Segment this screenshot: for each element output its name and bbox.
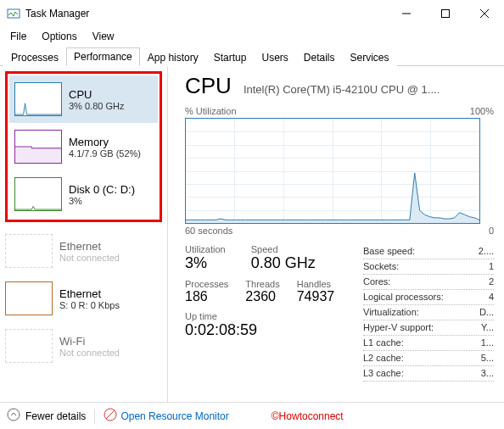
sidebar: CPU 3% 0.80 GHz Memory 4.1/7.9 GB (52%) (0, 66, 168, 402)
eth2-thumb (5, 281, 53, 315)
stat-utilization: Utilization 3% (185, 244, 226, 272)
memory-thumb (14, 130, 62, 164)
info-table: Base speed:2....Sockets:1Cores:2Logical … (363, 244, 494, 382)
close-button[interactable] (465, 0, 504, 27)
maximize-button[interactable] (426, 0, 465, 27)
fewer-details-button[interactable]: Fewer details (7, 408, 86, 424)
stat-threads: Threads 2360 (245, 279, 279, 304)
graph-xleft: 60 seconds (185, 226, 232, 236)
wifi-thumb (5, 329, 53, 363)
info-row: L3 cache:3... (363, 366, 494, 382)
watermark: ©Howtoconnect (272, 410, 344, 422)
tab-users[interactable]: Users (254, 48, 295, 66)
stat-speed: Speed 0.80 GHz (251, 244, 316, 272)
sidebar-item-cpu[interactable]: CPU 3% 0.80 GHz (9, 75, 158, 123)
tab-services[interactable]: Services (343, 48, 397, 66)
cpu-name: Intel(R) Core(TM) i5-4210U CPU @ 1.... (244, 83, 494, 96)
titlebar: Task Manager (0, 0, 504, 27)
info-row: Virtualization:D... (363, 305, 494, 320)
info-row: Sockets:1 (363, 259, 494, 275)
taskmgr-icon (7, 7, 20, 20)
uptime-label: Up time (185, 311, 363, 321)
menu-file[interactable]: File (3, 29, 33, 44)
sidebar-item-ethernet2[interactable]: Ethernet S: 0 R: 0 Kbps (0, 275, 167, 322)
svg-rect-5 (15, 147, 61, 163)
wifi-label: Wi-Fi Not connected (59, 335, 162, 358)
highlight-box: CPU 3% 0.80 GHz Memory 4.1/7.9 GB (52%) (5, 71, 162, 222)
tab-processes[interactable]: Processes (3, 48, 66, 66)
info-row: Base speed:2.... (363, 244, 494, 259)
sidebar-item-disk0[interactable]: Disk 0 (C: D:) 3% (9, 170, 158, 218)
graph-ylabel: % Utilization (185, 106, 237, 116)
sidebar-item-ethernet1[interactable]: Ethernet Not connected (0, 227, 167, 275)
svg-line-8 (106, 410, 115, 419)
tabbar: Processes Performance App history Startu… (0, 46, 504, 66)
sidebar-item-wifi[interactable]: Wi-Fi Not connected (0, 322, 167, 370)
svg-rect-2 (442, 10, 450, 18)
menu-view[interactable]: View (86, 29, 121, 44)
info-row: Logical processors:4 (363, 290, 494, 305)
tab-startup[interactable]: Startup (206, 48, 255, 66)
tab-app-history[interactable]: App history (140, 48, 206, 66)
memory-label: Memory 4.1/7.9 GB (52%) (69, 136, 153, 159)
resource-monitor-icon (104, 408, 117, 424)
svg-point-6 (8, 409, 20, 421)
minimize-button[interactable] (387, 0, 426, 27)
info-row: L1 cache:1... (363, 336, 494, 351)
graph-ymax: 100% (470, 106, 494, 116)
cpu-label: CPU 3% 0.80 GHz (69, 88, 153, 111)
cpu-thumb (14, 82, 62, 116)
tab-performance[interactable]: Performance (66, 47, 140, 66)
uptime-value: 0:02:08:59 (185, 321, 363, 339)
main-panel: CPU Intel(R) Core(TM) i5-4210U CPU @ 1..… (168, 66, 504, 402)
stat-handles: Handles 74937 (297, 279, 335, 304)
sidebar-item-memory[interactable]: Memory 4.1/7.9 GB (52%) (9, 123, 158, 170)
separator (94, 409, 95, 424)
info-row: L2 cache:5... (363, 351, 494, 366)
chevron-up-circle-icon (7, 408, 20, 424)
cpu-graph (185, 118, 480, 224)
eth2-label: Ethernet S: 0 R: 0 Kbps (59, 287, 162, 310)
window-controls (387, 0, 504, 27)
menu-options[interactable]: Options (35, 29, 83, 44)
disk-thumb (14, 177, 62, 211)
content: CPU 3% 0.80 GHz Memory 4.1/7.9 GB (52%) (0, 66, 504, 402)
stat-processes: Processes 186 (185, 279, 228, 304)
info-row: Hyper-V support:Y... (363, 320, 494, 336)
eth1-label: Ethernet Not connected (59, 240, 162, 263)
info-row: Cores:2 (363, 275, 494, 290)
tab-details[interactable]: Details (296, 48, 343, 66)
window-title: Task Manager (25, 8, 387, 20)
open-resource-monitor-link[interactable]: Open Resource Monitor (104, 408, 228, 424)
disk-label: Disk 0 (C: D:) 3% (69, 183, 153, 206)
graph-xright: 0 (489, 226, 494, 236)
menubar: File Options View (0, 27, 504, 46)
eth1-thumb (5, 234, 53, 268)
page-title: CPU (185, 73, 232, 99)
footer: Fewer details Open Resource Monitor ©How… (0, 402, 504, 429)
